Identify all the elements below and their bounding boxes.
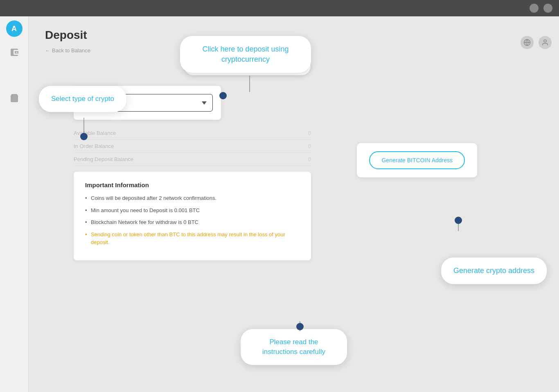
callout-gen-address[interactable]: Generate crypto address xyxy=(441,258,547,284)
dot-generate xyxy=(455,217,462,224)
user-icon-top xyxy=(543,4,552,13)
pending-balance-label: Pending Deposit Balance xyxy=(74,156,133,162)
back-to-balance-link[interactable]: Back to Balance xyxy=(45,47,90,54)
callout-gen-text: Generate crypto address xyxy=(453,267,534,275)
available-balance-value: 0 xyxy=(308,130,311,136)
info-box: Important Information Coins will be depo… xyxy=(74,172,311,260)
info-item-2: Min amount you need to Deposit is 0.001 … xyxy=(85,206,300,215)
sidebar-item-wallet[interactable] xyxy=(7,45,22,60)
info-item-4: Sending coin or token other than BTC to … xyxy=(85,231,300,246)
sidebar-item-cart[interactable] xyxy=(7,91,22,105)
in-order-balance-value: 0 xyxy=(308,143,311,149)
svg-point-3 xyxy=(544,40,546,42)
header-right-icons xyxy=(517,33,555,52)
user-icon[interactable] xyxy=(539,36,552,49)
dot-instructions xyxy=(296,323,304,330)
sidebar-item-exchange[interactable] xyxy=(7,68,22,83)
dot-deposit xyxy=(219,92,227,99)
globe-icon[interactable] xyxy=(521,36,534,49)
generate-bitcoin-address-button[interactable]: Generate BITCOIN Address xyxy=(369,151,465,169)
available-balance-row: Available Balance 0 xyxy=(74,127,311,140)
callout-instructions-text: Please read the instructions carefully xyxy=(262,338,325,356)
info-item-1: Coins will be deposited after 2 network … xyxy=(85,194,300,202)
balance-section: Available Balance 0 In Order Balance 0 P… xyxy=(74,127,311,166)
info-item-3: Blockchain Network fee for withdraw is 0… xyxy=(85,218,300,226)
dot-select-crypto xyxy=(80,133,88,140)
pending-balance-value: 0 xyxy=(308,156,311,162)
info-box-title: Important Information xyxy=(85,181,300,188)
callout-deposit-text: Click here to deposit using cryptocurren… xyxy=(202,45,289,63)
generate-btn-container: Generate BITCOIN Address xyxy=(357,143,477,177)
sidebar: A xyxy=(0,16,29,392)
pending-balance-row: Pending Deposit Balance 0 xyxy=(74,153,311,166)
top-bar xyxy=(0,0,559,16)
in-order-balance-row: In Order Balance 0 xyxy=(74,140,311,153)
globe-icon-top xyxy=(530,4,539,13)
top-bar-icons xyxy=(530,4,552,13)
callout-deposit-crypto[interactable]: Click here to deposit using cryptocurren… xyxy=(180,36,311,73)
info-box-list: Coins will be deposited after 2 network … xyxy=(85,194,300,246)
callout-select-crypto[interactable]: Select type of crypto xyxy=(39,86,126,112)
sidebar-logo[interactable]: A xyxy=(6,20,23,37)
callout-select-text: Select type of crypto xyxy=(51,95,114,103)
main-content: Deposit Back to Balance Recieve Crypto A… xyxy=(29,16,559,392)
in-order-balance-label: In Order Balance xyxy=(74,143,114,149)
callout-instructions[interactable]: Please read the instructions carefully xyxy=(241,329,347,365)
